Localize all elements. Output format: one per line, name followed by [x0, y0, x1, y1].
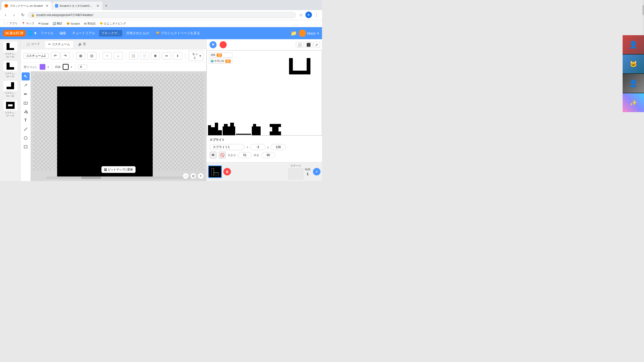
delete-sprite-button[interactable]: 🗑: [223, 168, 231, 175]
sprite-item-7[interactable]: コスチュ... 55 × 58: [1, 79, 19, 98]
undo-button[interactable]: ↶: [51, 52, 60, 60]
delete-button[interactable]: 🗑: [151, 52, 160, 60]
show-button[interactable]: 👁: [210, 152, 217, 159]
bitmap-convert-button[interactable]: 🖼 ビットマップに変換: [101, 166, 136, 173]
text-tool[interactable]: T: [22, 116, 30, 124]
block-3: [252, 124, 261, 135]
svg-point-12: [26, 112, 28, 113]
tab-sound-label: 音: [83, 42, 86, 46]
full-stage-button[interactable]: ⬛: [305, 42, 312, 48]
x-input[interactable]: [250, 144, 265, 150]
dir-input[interactable]: [261, 152, 275, 158]
sprite-item-6[interactable]: コスチュ... 58 × 55: [1, 60, 19, 79]
canvas-hscrollbar[interactable]: [46, 176, 191, 179]
rect-tool[interactable]: [22, 143, 30, 151]
nav-file[interactable]: ファイル: [38, 30, 56, 36]
tab-costume[interactable]: ✏ コスチューム: [45, 40, 74, 48]
fill-tool[interactable]: [22, 108, 30, 116]
fill-color-swatch[interactable]: [39, 64, 46, 70]
user-avatar[interactable]: K: [305, 12, 312, 18]
forward-button[interactable]: ↑: [103, 52, 112, 60]
zoom-in-button[interactable]: +: [198, 173, 204, 179]
bookmark-translate[interactable]: 🔄 翻訳: [52, 21, 63, 26]
bookmark-english[interactable]: W 英会話: [83, 21, 97, 26]
copy-button[interactable]: 📋: [129, 52, 138, 60]
active-sprite-thumb[interactable]: [208, 165, 222, 178]
canvas-controls: − ⊡ +: [183, 173, 204, 179]
nav-edit[interactable]: 編集: [58, 30, 68, 36]
nav-project-page[interactable]: 🏆 プロジェクトページを見る: [153, 30, 203, 36]
play-button[interactable]: ⚑: [209, 40, 218, 49]
globe-button[interactable]: 🌐 ▾: [27, 30, 36, 36]
tab-sound[interactable]: 🔊 音: [75, 40, 90, 48]
nav-shared[interactable]: 共有されたもの: [124, 30, 151, 36]
nav-project-name[interactable]: ブロックゲ...: [99, 30, 122, 36]
new-tab-button[interactable]: +: [103, 2, 110, 10]
bookmark-button[interactable]: ☆: [297, 12, 304, 19]
forward-button[interactable]: ›: [11, 12, 18, 19]
outline-color-swatch[interactable]: [63, 64, 69, 70]
add-sprite-button[interactable]: +: [313, 168, 320, 175]
tab1-close[interactable]: ✕: [46, 4, 49, 8]
var-record: 🌍 世界記録 32: [209, 59, 232, 64]
bookmark-gmail[interactable]: ✉ Gmail: [37, 21, 50, 26]
node-tool[interactable]: ↗: [22, 81, 30, 89]
rect-icon: [23, 145, 28, 149]
tab-1[interactable]: ブロックゲーム on Scratch ✕: [2, 2, 52, 10]
sprite-item-5[interactable]: コスチュ... 55 × 58: [1, 40, 19, 59]
trophy-icon: 🏆: [156, 31, 160, 35]
small-stage-button[interactable]: ⬜: [296, 42, 304, 48]
eraser-tool[interactable]: [22, 99, 30, 107]
bookmark-maps[interactable]: 📍 マップ: [21, 21, 35, 26]
zoom-reset-button[interactable]: ⊡: [190, 173, 196, 179]
stop-button[interactable]: [220, 41, 227, 48]
nav-tutorial[interactable]: チュートリアル: [70, 30, 97, 36]
tab-2[interactable]: ScratchスタジオCoderDojo日進 ✕: [52, 2, 102, 10]
hide-button[interactable]: 🚫: [219, 152, 226, 159]
redo-button[interactable]: ↷: [61, 52, 70, 60]
var-count-value: 10: [217, 54, 222, 57]
var-count: 個数 10: [209, 53, 232, 58]
user-avatar-scratch: [299, 30, 306, 37]
circle-tool[interactable]: [22, 134, 30, 142]
group-button[interactable]: ⊞: [76, 52, 85, 60]
eraser-icon: [23, 101, 28, 105]
bookmark-scratch[interactable]: 🐱 Scratch: [65, 21, 81, 26]
sprite-item-8[interactable]: コスチュ... 57 × 54: [1, 99, 19, 118]
backward-button[interactable]: ↓: [114, 52, 123, 60]
user-menu[interactable]: kkazz ▾: [299, 30, 319, 37]
tab2-close[interactable]: ✕: [96, 4, 99, 8]
tab-code[interactable]: ⬜ コード: [23, 40, 44, 48]
flip-h-button[interactable]: ⇔: [162, 52, 171, 60]
sprite-name-input[interactable]: [210, 144, 245, 150]
address-bar[interactable]: 🔒 scratch.mit.edu/projects/471749074/edi…: [28, 12, 296, 18]
maps-icon: 📍: [22, 22, 25, 25]
flip-v-button[interactable]: ⇕: [173, 52, 182, 60]
fullscreen-button[interactable]: ⤢: [313, 42, 320, 48]
separator-2: [99, 53, 100, 59]
back-button[interactable]: ‹: [2, 12, 9, 19]
bookmark-typing[interactable]: 🐤 ひよこタイピング: [99, 21, 127, 26]
more-button[interactable]: もっと ▾: [188, 51, 203, 61]
scratch-logo[interactable]: SCRATCH: [3, 30, 25, 36]
y-input[interactable]: [271, 144, 286, 150]
stroke-width-input[interactable]: [78, 64, 87, 69]
refresh-button[interactable]: ↻: [19, 12, 26, 19]
translate-label: 翻訳: [57, 22, 62, 25]
svg-rect-33: [211, 168, 214, 175]
line-tool[interactable]: [22, 125, 30, 133]
select-tool[interactable]: ↖: [22, 72, 30, 80]
x-label: x: [247, 146, 248, 149]
ungroup-button[interactable]: ⊡: [87, 52, 96, 60]
paste-button[interactable]: 📄: [140, 52, 149, 60]
folder-icon[interactable]: 📁: [291, 30, 297, 36]
stage-thumb[interactable]: [288, 168, 303, 179]
bookmark-apps[interactable]: ⋮⋮ アプリ: [2, 21, 19, 26]
svg-rect-27: [253, 124, 256, 135]
more-button[interactable]: ⋮: [313, 12, 320, 19]
size-input[interactable]: [238, 152, 252, 158]
brush-tool[interactable]: ✏: [22, 90, 30, 98]
bitmap-icon: 🖼: [104, 168, 107, 171]
zoom-out-button[interactable]: −: [183, 173, 189, 179]
costume-name-input[interactable]: [24, 53, 49, 59]
